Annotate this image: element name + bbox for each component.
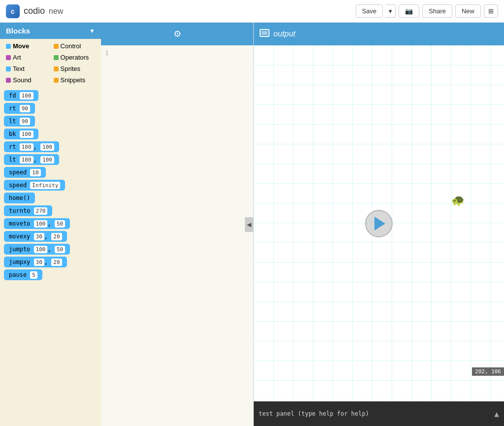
cat-snippets-label: Snippets	[61, 76, 86, 84]
operators-dot	[54, 55, 59, 60]
sprites-dot	[54, 66, 59, 71]
block-home[interactable]: home()	[4, 193, 35, 203]
block-jumpto[interactable]: jumpto 100, 50	[4, 244, 70, 255]
cat-snippets[interactable]: Snippets	[50, 75, 97, 85]
header: c codio new Save ▾ 📷 Share New ⊞	[0, 0, 504, 23]
header-left: c codio new	[6, 4, 63, 18]
sidebar: Blocks ▼ Move Control Art Operators	[0, 23, 101, 426]
sound-dot	[6, 78, 11, 83]
editor-content[interactable]: 1	[101, 45, 253, 426]
play-triangle-icon	[374, 217, 385, 230]
new-button[interactable]: New	[455, 4, 481, 18]
collapse-arrow-icon: ◀	[247, 221, 251, 228]
cat-control[interactable]: Control	[50, 41, 97, 51]
turtle-sprite: 🐢	[451, 194, 465, 207]
block-turnto[interactable]: turnto 270	[4, 205, 52, 216]
screenshot-button[interactable]: 📷	[399, 4, 419, 18]
editor-toolbar: ⚙	[101, 23, 253, 45]
block-jumpxy[interactable]: jumpxy 30, 20	[4, 257, 67, 267]
cat-text-label: Text	[13, 65, 25, 72]
block-lt[interactable]: lt 90	[4, 116, 35, 127]
block-rt[interactable]: rt 90	[4, 103, 35, 114]
text-dot	[6, 66, 11, 71]
play-button[interactable]	[365, 210, 393, 237]
header-right: Save ▾ 📷 Share New ⊞	[356, 4, 498, 18]
gear-icon[interactable]: ⚙	[173, 29, 181, 39]
cat-art-label: Art	[13, 54, 21, 61]
output-header: output	[254, 23, 504, 45]
logo-text: codio	[24, 6, 45, 16]
editor-panel: ⚙ 1 ◀	[101, 23, 254, 426]
block-movexy[interactable]: movexy 30, 20	[4, 231, 67, 242]
scroll-up-button[interactable]: ▲	[494, 409, 499, 419]
category-tabs: Move Control Art Operators Text Sprites	[0, 39, 101, 87]
project-name[interactable]: new	[49, 7, 63, 16]
cat-sprites[interactable]: Sprites	[50, 64, 97, 74]
block-speed10[interactable]: speed 10	[4, 167, 46, 178]
cat-sprites-label: Sprites	[61, 65, 80, 72]
main-layout: Blocks ▼ Move Control Art Operators	[0, 23, 504, 426]
control-dot	[54, 44, 59, 49]
block-bk[interactable]: bk 100	[4, 129, 38, 139]
cat-control-label: Control	[61, 42, 81, 50]
block-rt180[interactable]: rt 180, 100	[4, 141, 59, 152]
output-panel: output 🐢 202, 106 test panel (type help …	[254, 23, 504, 426]
console-text: test panel (type help for help)	[259, 410, 369, 417]
block-speed-infinity[interactable]: speed Infinity	[4, 180, 65, 191]
output-icon	[260, 29, 269, 39]
blocks-list: fd 100 rt 90 lt 90 bk 100 rt 180, 100 lt…	[0, 87, 101, 426]
block-moveto[interactable]: moveto 100, 50	[4, 218, 70, 229]
cat-sound-label: Sound	[13, 76, 32, 84]
cat-operators-label: Operators	[61, 54, 89, 61]
logo-icon: c	[6, 4, 20, 18]
console-content: test panel (type help for help) ▲	[254, 401, 504, 426]
blocks-label: Blocks	[6, 27, 30, 35]
layout-button[interactable]: ⊞	[484, 4, 498, 18]
coordinates-display: 202, 106	[472, 367, 504, 376]
svg-rect-1	[262, 31, 268, 35]
console-panel: test panel (type help for help) ▲	[254, 401, 504, 426]
save-button[interactable]: Save	[356, 4, 383, 18]
block-pause[interactable]: pause 5	[4, 269, 42, 280]
share-button[interactable]: Share	[422, 4, 452, 18]
cat-art[interactable]: Art	[2, 52, 49, 63]
canvas-area[interactable]: 🐢 202, 106	[254, 45, 504, 401]
cat-sound[interactable]: Sound	[2, 75, 49, 85]
line-number: 1	[105, 49, 109, 57]
cat-move-label: Move	[13, 42, 29, 50]
collapse-panel-button[interactable]: ◀	[245, 217, 253, 232]
cat-move[interactable]: Move	[2, 41, 49, 51]
snippets-dot	[54, 78, 59, 83]
blocks-dropdown-arrow: ▼	[89, 28, 95, 34]
block-lt180[interactable]: lt 180, 100	[4, 154, 59, 165]
block-fd[interactable]: fd 100	[4, 90, 38, 101]
art-dot	[6, 55, 11, 60]
cat-text[interactable]: Text	[2, 64, 49, 74]
move-dot	[6, 44, 11, 49]
output-title: output	[273, 30, 295, 38]
save-dropdown-button[interactable]: ▾	[386, 4, 396, 18]
blocks-header[interactable]: Blocks ▼	[0, 23, 101, 39]
cat-operators[interactable]: Operators	[50, 52, 97, 63]
